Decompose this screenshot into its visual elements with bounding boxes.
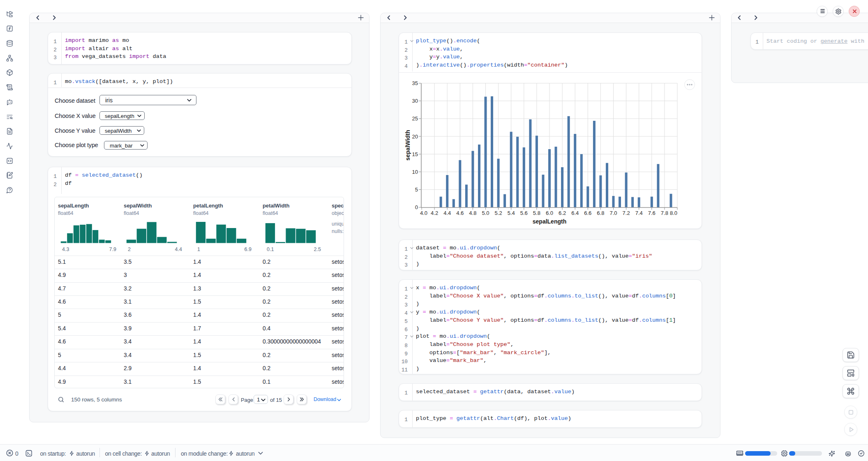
svg-text:4.4: 4.4 [443, 210, 451, 216]
svg-text:6.8: 6.8 [597, 210, 604, 216]
svg-text:35: 35 [412, 80, 418, 86]
svg-text:6.4: 6.4 [571, 210, 579, 216]
svg-text:5.2: 5.2 [495, 210, 502, 216]
svg-text:20: 20 [412, 134, 418, 140]
svg-text:5.4: 5.4 [508, 210, 515, 216]
svg-text:7.6: 7.6 [648, 210, 656, 216]
svg-text:6.6: 6.6 [584, 210, 591, 216]
svg-text:sepalWidth: sepalWidth [404, 130, 411, 161]
svg-text:7.8: 7.8 [661, 210, 668, 216]
svg-text:7.0: 7.0 [609, 210, 617, 216]
svg-text:8.0: 8.0 [670, 210, 677, 216]
svg-text:4.6: 4.6 [456, 210, 464, 216]
svg-text:6.0: 6.0 [546, 210, 553, 216]
svg-text:4.0: 4.0 [420, 210, 427, 216]
svg-text:4.2: 4.2 [431, 210, 438, 216]
svg-text:7.4: 7.4 [635, 210, 643, 216]
svg-text:15: 15 [412, 151, 418, 157]
svg-text:sepalLength: sepalLength [533, 218, 566, 225]
svg-text:5.0: 5.0 [482, 210, 489, 216]
svg-text:4.8: 4.8 [469, 210, 476, 216]
svg-text:25: 25 [412, 115, 418, 122]
svg-text:5.8: 5.8 [533, 210, 540, 216]
svg-text:30: 30 [412, 98, 418, 104]
svg-text:5.6: 5.6 [520, 210, 528, 216]
svg-text:7.2: 7.2 [623, 210, 630, 216]
svg-text:6.2: 6.2 [559, 210, 566, 216]
svg-text:5: 5 [415, 187, 418, 193]
svg-text:10: 10 [412, 169, 418, 175]
svg-text:0: 0 [415, 204, 418, 210]
